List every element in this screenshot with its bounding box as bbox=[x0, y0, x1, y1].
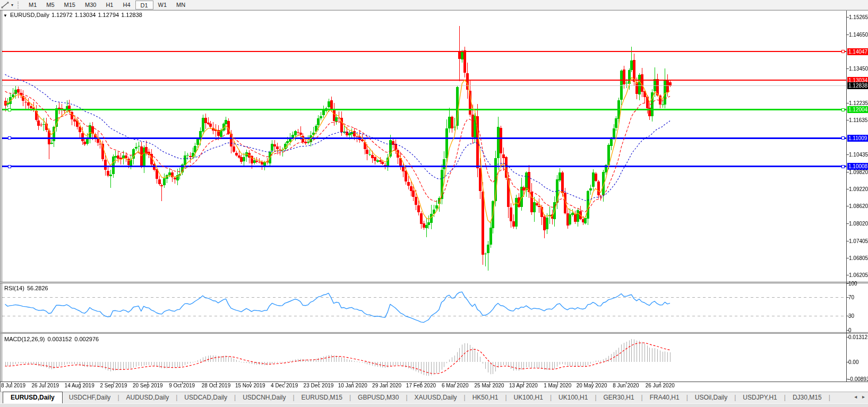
date-axis-label: 28 Oct 2019 bbox=[202, 383, 230, 388]
line-tool-icon[interactable] bbox=[1, 1, 10, 9]
tool-dropdown-icon[interactable]: ▾ bbox=[11, 3, 13, 7]
date-axis-label: 2 Sep 2019 bbox=[100, 383, 127, 388]
price-axis-tick: 1.10435 bbox=[849, 152, 868, 158]
date-axis-label: 23 Dec 2019 bbox=[304, 383, 334, 388]
date-axis-label: 4 Dec 2019 bbox=[271, 383, 298, 388]
date-axis-label: 17 Feb 2020 bbox=[406, 383, 436, 388]
macd-name: MACD(12,26,9) bbox=[4, 336, 45, 342]
ohlc-high: 1.13034 bbox=[75, 12, 96, 18]
chart-menu-icon[interactable]: ▼ bbox=[3, 13, 7, 18]
tab-usdchf-daily[interactable]: USDCHF,Daily bbox=[63, 392, 117, 403]
hline-price-label: 1.11009 bbox=[847, 135, 868, 142]
toolbar: ▾ M1M5M15M30H1H4D1W1MN bbox=[0, 0, 868, 10]
price-axis-tick: 1.14650 bbox=[849, 32, 868, 38]
toolbar-grip bbox=[18, 2, 20, 8]
tab-uk100-h1[interactable]: UK100,H1 bbox=[508, 392, 549, 403]
chart-symbol-label: EURUSD,Daily bbox=[10, 12, 49, 18]
timeframe-button-M5[interactable]: M5 bbox=[41, 1, 59, 10]
tab-gbpusd-m30[interactable]: GBPUSD,M30 bbox=[351, 392, 405, 403]
tab-ger30-h1[interactable]: GER30,H1 bbox=[597, 392, 641, 403]
date-axis-label: 14 Aug 2019 bbox=[65, 383, 94, 388]
macd-axis-label: -0.00893 bbox=[848, 376, 868, 382]
timeframe-button-M1[interactable]: M1 bbox=[24, 1, 41, 10]
hline-price-label: 1.14047 bbox=[847, 48, 868, 55]
macd-signal-value: 0.002976 bbox=[74, 336, 99, 342]
tab-usdcnh-daily[interactable]: USDCNH,Daily bbox=[236, 392, 292, 403]
tab-audusd-daily[interactable]: AUDUSD,Daily bbox=[120, 392, 176, 403]
price-axis-tick: 1.12235 bbox=[849, 100, 868, 106]
timeframe-button-H4[interactable]: H4 bbox=[118, 1, 135, 10]
tab-hk50-h1[interactable]: HK50,H1 bbox=[466, 392, 505, 403]
rsi-axis-label: 100 bbox=[848, 281, 857, 287]
date-axis-label: 1 May 2020 bbox=[544, 383, 571, 388]
price-axis-tick: 1.09220 bbox=[849, 186, 868, 192]
mt4-window: ▾ M1M5M15M30H1H4D1W1MN ▼EURUSD,Daily1.12… bbox=[0, 0, 868, 407]
tab-eurusd-m15[interactable]: EURUSD,M15 bbox=[295, 392, 349, 403]
date-axis-label: 8 Jul 2019 bbox=[1, 383, 25, 388]
tab-eurusd-daily[interactable]: EURUSD,Daily bbox=[3, 392, 63, 403]
timeframe-button-M15[interactable]: M15 bbox=[59, 1, 80, 10]
macd-axis-label: 0.00 bbox=[848, 359, 858, 365]
price-axis-tick: 1.09820 bbox=[849, 169, 868, 175]
hline-price-label: 1.12004 bbox=[847, 106, 868, 113]
hline-price-label: 1.10008 bbox=[847, 163, 868, 170]
date-axis-label: 13 Apr 2020 bbox=[509, 383, 538, 388]
date-axis-label: 8 Jun 2020 bbox=[613, 383, 639, 388]
status-strip bbox=[0, 403, 868, 407]
tab-fra40-h1[interactable]: FRA40,H1 bbox=[643, 392, 686, 403]
chart-canvas[interactable] bbox=[0, 0, 868, 407]
price-axis-tick: 1.08620 bbox=[849, 203, 868, 209]
ohlc-close: 1.12838 bbox=[121, 12, 142, 18]
tab-separator: | bbox=[828, 392, 831, 403]
price-axis-tick: 1.07405 bbox=[849, 238, 868, 244]
date-axis-label: 20 Sep 2019 bbox=[133, 383, 163, 388]
tab-usdcad-daily[interactable]: USDCAD,Daily bbox=[178, 392, 234, 403]
tab-uk100-h1[interactable]: UK100,H1 bbox=[552, 392, 594, 403]
timeframe-button-W1[interactable]: W1 bbox=[153, 1, 172, 10]
tab-scroll-arrows: ◂ ▸ bbox=[850, 394, 865, 400]
date-axis-label: 20 May 2020 bbox=[577, 383, 607, 388]
date-axis-label: 6 Mar 2020 bbox=[442, 383, 469, 388]
date-axis-label: 25 Mar 2020 bbox=[475, 383, 504, 388]
macd-indicator-label: MACD(12,26,9)0.0031520.002976 bbox=[4, 336, 101, 342]
date-axis-label: 15 Nov 2019 bbox=[235, 383, 265, 388]
rsi-axis-label: 0 bbox=[848, 327, 852, 333]
price-axis-tick: 1.11635 bbox=[849, 117, 867, 123]
timeframe-button-group: M1M5M15M30H1H4D1W1MN bbox=[24, 1, 190, 10]
chart-tab-bar: EURUSD,DailyUSDCHF,Daily|AUDUSD,Daily|US… bbox=[0, 392, 868, 403]
tab-scroll-right-icon[interactable]: ▸ bbox=[862, 394, 865, 400]
rsi-name: RSI(14) bbox=[4, 285, 24, 291]
timeframe-button-MN[interactable]: MN bbox=[171, 1, 190, 10]
price-axis-tick: 1.08020 bbox=[849, 221, 868, 227]
date-axis-label: 9 Oct 2019 bbox=[169, 383, 195, 388]
timeframe-button-H1[interactable]: H1 bbox=[101, 1, 118, 10]
date-axis-label: 26 Jun 2020 bbox=[646, 383, 675, 388]
tab-dj30-m15[interactable]: DJ30,M15 bbox=[786, 392, 828, 403]
macd-axis-label: 0.013125 bbox=[848, 334, 868, 340]
date-axis-label: 26 Jul 2019 bbox=[31, 383, 59, 388]
rsi-axis-label: 30 bbox=[848, 313, 854, 319]
current-price-label: 1.12838 bbox=[847, 82, 868, 89]
rsi-value: 56.2826 bbox=[27, 285, 48, 291]
price-axis-tick: 1.06805 bbox=[849, 255, 868, 261]
tab-xauusd-daily[interactable]: XAUUSD,Daily bbox=[408, 392, 463, 403]
timeframe-button-M30[interactable]: M30 bbox=[80, 1, 101, 10]
price-axis-tick: 1.13450 bbox=[849, 66, 868, 72]
date-axis-label: 10 Jan 2020 bbox=[338, 383, 367, 388]
tab-usdjpy-h1[interactable]: USDJPY,H1 bbox=[736, 392, 783, 403]
price-axis-tick: 1.06205 bbox=[849, 272, 868, 278]
timeframe-button-D1[interactable]: D1 bbox=[135, 1, 153, 10]
macd-main-value: 0.003152 bbox=[47, 336, 72, 342]
tab-usoil-daily[interactable]: USOil,Daily bbox=[689, 392, 734, 403]
ohlc-low: 1.12794 bbox=[98, 12, 119, 18]
ohlc-open: 1.12972 bbox=[51, 12, 73, 18]
rsi-axis-label: 70 bbox=[848, 295, 854, 300]
rsi-indicator-label: RSI(14)56.2826 bbox=[4, 285, 51, 291]
tab-scroll-left-icon[interactable]: ◂ bbox=[854, 394, 857, 400]
date-axis-label: 29 Jan 2020 bbox=[372, 383, 401, 388]
chart-info-line: ▼EURUSD,Daily1.129721.130341.127941.1283… bbox=[3, 12, 144, 18]
price-axis-tick: 1.15265 bbox=[849, 14, 868, 20]
